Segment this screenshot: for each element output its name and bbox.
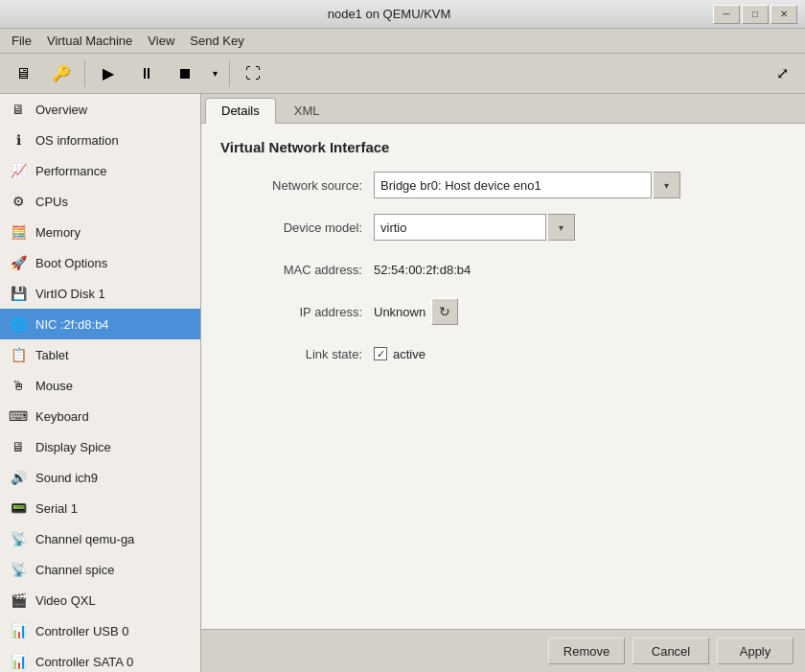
tab-details[interactable]: Details xyxy=(205,98,276,124)
monitor-icon: 🖥 xyxy=(15,65,31,82)
network-source-select[interactable]: Bridge br0: Host device eno1 xyxy=(374,172,652,198)
sidebar-icon-os-information: ℹ xyxy=(9,130,28,150)
tabs: Details XML xyxy=(201,94,805,124)
menu-file[interactable]: File xyxy=(4,31,39,51)
sidebar-icon-video-qxl: 🎬 xyxy=(9,591,28,610)
monitor-button[interactable]: 🖥 xyxy=(6,58,40,89)
sidebar-label-mouse: Mouse xyxy=(35,379,73,393)
sidebar-icon-tablet: 📋 xyxy=(9,345,28,364)
link-state-row: Link state: ✓ active xyxy=(220,339,786,368)
apply-button[interactable]: Apply xyxy=(717,637,794,664)
sidebar-label-boot-options: Boot Options xyxy=(35,256,107,270)
device-model-dropdown: virtio ▾ xyxy=(374,214,575,241)
sidebar-item-os-information[interactable]: ℹ OS information xyxy=(0,125,200,155)
sidebar-item-memory[interactable]: 🧮 Memory xyxy=(0,217,200,247)
sidebar-icon-performance: 📈 xyxy=(9,161,28,180)
link-state-checkbox[interactable]: ✓ xyxy=(374,347,387,360)
sidebar-item-controller-usb-0[interactable]: 📊 Controller USB 0 xyxy=(0,615,200,646)
ip-address-label: IP address: xyxy=(220,305,374,319)
sidebar-item-display-spice[interactable]: 🖥 Display Spice xyxy=(0,431,200,462)
window-title: node1 on QEMU/KVM xyxy=(65,7,713,21)
minimize-button[interactable]: ─ xyxy=(713,5,740,24)
key-button[interactable]: 🔑 xyxy=(44,58,79,89)
sidebar-label-overview: Overview xyxy=(35,103,87,117)
sidebar-label-serial-1: Serial 1 xyxy=(35,501,78,516)
sidebar-icon-memory: 🧮 xyxy=(9,222,28,242)
remove-button[interactable]: Remove xyxy=(548,637,625,664)
ip-address-row: IP address: Unknown ↻ xyxy=(220,297,786,326)
network-source-dropdown: Bridge br0: Host device eno1 ▾ xyxy=(374,172,680,198)
sidebar-item-serial-1[interactable]: 📟 Serial 1 xyxy=(0,493,200,523)
sidebar-item-channel-qemu-ga[interactable]: 📡 Channel qemu-ga xyxy=(0,523,200,554)
stop-button[interactable]: ⏹ xyxy=(168,58,202,89)
sidebar-icon-controller-sata-0: 📊 xyxy=(9,652,28,671)
sidebar-label-virtio-disk-1: VirtIO Disk 1 xyxy=(35,287,105,301)
sidebar-item-nic-2f-d8-b4[interactable]: 🌐 NIC :2f:d8:b4 xyxy=(0,309,200,339)
power-dropdown-button[interactable]: ▾ xyxy=(206,58,223,89)
device-model-arrow[interactable]: ▾ xyxy=(548,214,575,241)
sidebar-item-keyboard[interactable]: ⌨ Keyboard xyxy=(0,401,200,431)
main-content: 🖥 Overview ℹ OS information 📈 Performanc… xyxy=(0,94,805,672)
sidebar-item-video-qxl[interactable]: 🎬 Video QXL xyxy=(0,585,200,615)
close-button[interactable]: ✕ xyxy=(770,5,797,24)
mac-address-value: 52:54:00:2f:d8:b4 xyxy=(374,263,471,277)
device-model-row: Device model: virtio ▾ xyxy=(220,213,786,242)
section-title: Virtual Network Interface xyxy=(220,139,786,155)
pause-button[interactable]: ⏸ xyxy=(129,58,164,89)
menubar: File Virtual Machine View Send Key xyxy=(0,29,805,54)
checkbox-check-icon: ✓ xyxy=(377,348,385,360)
dropdown-arrow-icon: ▾ xyxy=(213,68,218,79)
sidebar-item-virtio-disk-1[interactable]: 💾 VirtIO Disk 1 xyxy=(0,278,200,309)
play-icon: ▶ xyxy=(103,64,114,82)
menu-send-key[interactable]: Send Key xyxy=(182,31,251,51)
sidebar-icon-mouse: 🖱 xyxy=(9,376,28,395)
refresh-ip-button[interactable]: ↻ xyxy=(431,298,458,325)
mac-address-label: MAC address: xyxy=(220,263,374,277)
toolbar-separator-1 xyxy=(84,60,85,87)
detail-content: Virtual Network Interface Network source… xyxy=(201,124,805,629)
sidebar-label-channel-qemu-ga: Channel qemu-ga xyxy=(35,532,134,546)
sidebar-icon-cpus: ⚙ xyxy=(9,192,28,211)
ip-address-value: Unknown xyxy=(374,305,426,319)
stop-icon: ⏹ xyxy=(177,65,193,82)
cancel-button[interactable]: Cancel xyxy=(632,637,709,664)
sidebar-label-performance: Performance xyxy=(35,164,106,178)
toolbar-separator-2 xyxy=(229,60,230,87)
link-state-container: ✓ active xyxy=(374,347,426,361)
fullscreen-icon: ⛶ xyxy=(245,65,261,82)
link-state-value: active xyxy=(393,347,426,361)
sidebar-item-mouse[interactable]: 🖱 Mouse xyxy=(0,370,200,401)
sidebar-icon-display-spice: 🖥 xyxy=(9,437,28,456)
maximize-button[interactable]: □ xyxy=(742,5,769,24)
sidebar-icon-overview: 🖥 xyxy=(9,100,28,119)
sidebar-item-controller-sata-0[interactable]: 📊 Controller SATA 0 xyxy=(0,646,200,672)
pause-icon: ⏸ xyxy=(139,65,154,82)
device-model-select[interactable]: virtio xyxy=(374,214,546,241)
sidebar-label-memory: Memory xyxy=(35,225,80,240)
sidebar-item-sound-ich9[interactable]: 🔊 Sound ich9 xyxy=(0,462,200,493)
sidebar-item-channel-spice[interactable]: 📡 Channel spice xyxy=(0,554,200,585)
sidebar-label-tablet: Tablet xyxy=(35,348,69,362)
menu-virtual-machine[interactable]: Virtual Machine xyxy=(39,31,140,51)
titlebar: node1 on QEMU/KVM ─ □ ✕ xyxy=(0,0,805,29)
sidebar-icon-keyboard: ⌨ xyxy=(9,406,28,426)
sidebar-item-tablet[interactable]: 📋 Tablet xyxy=(0,339,200,370)
fullscreen-button[interactable]: ⛶ xyxy=(236,58,270,89)
sidebar-label-cpus: CPUs xyxy=(35,195,68,209)
sidebar-icon-virtio-disk-1: 💾 xyxy=(9,284,28,303)
sidebar-item-cpus[interactable]: ⚙ CPUs xyxy=(0,186,200,217)
network-source-arrow[interactable]: ▾ xyxy=(654,172,680,198)
tab-xml[interactable]: XML xyxy=(278,98,336,123)
key-icon: 🔑 xyxy=(52,64,71,82)
menu-view[interactable]: View xyxy=(140,31,182,51)
sidebar-label-sound-ich9: Sound ich9 xyxy=(35,471,98,485)
sidebar-item-overview[interactable]: 🖥 Overview xyxy=(0,94,200,125)
sidebar-item-boot-options[interactable]: 🚀 Boot Options xyxy=(0,247,200,278)
sidebar-icon-boot-options: 🚀 xyxy=(9,253,28,272)
network-source-row: Network source: Bridge br0: Host device … xyxy=(220,171,786,199)
sidebar-label-channel-spice: Channel spice xyxy=(35,563,114,577)
bottom-bar: Remove Cancel Apply xyxy=(201,629,805,672)
resize-button[interactable]: ⤢ xyxy=(765,58,799,89)
play-button[interactable]: ▶ xyxy=(91,58,126,89)
sidebar-item-performance[interactable]: 📈 Performance xyxy=(0,155,200,186)
